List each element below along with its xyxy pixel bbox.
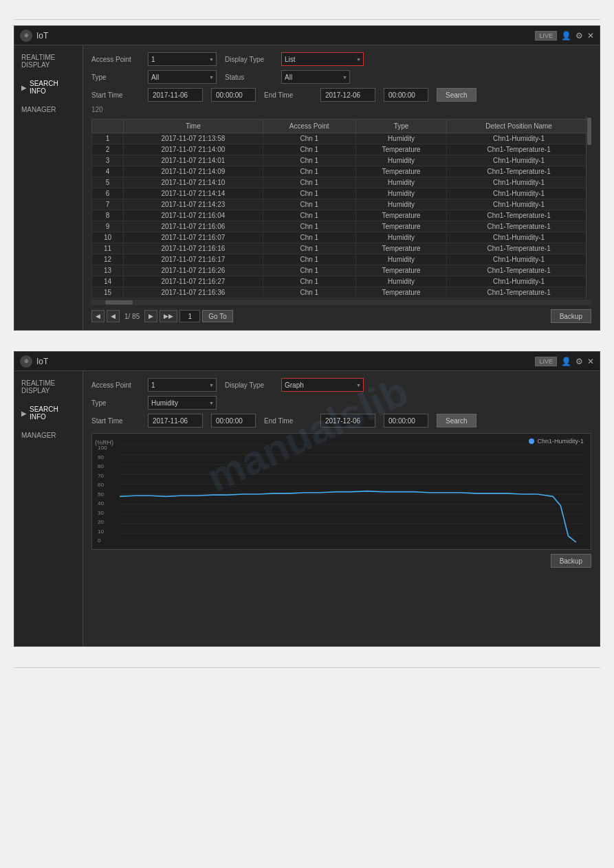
sidebar-item-manager[interactable]: MANAGER [14,100,83,119]
panel-graph-view: ⊕ IoT LIVE 👤 ⚙ ✕ REALTIME DISPLAY ▶ SEAR… [14,351,600,647]
table-row[interactable]: 15 2017-11-07 21:16:36 Chn 1 Temperature… [92,287,591,298]
cell-position: Chn1-Humidity-1 [447,188,591,199]
legend-dot [529,438,534,444]
start-time-input[interactable] [211,88,256,102]
end-date2-input[interactable] [320,414,375,427]
status-select[interactable]: All [281,70,350,84]
cell-access-point: Chn 1 [263,243,355,254]
settings2-icon[interactable]: ⚙ [575,357,583,366]
cell-position: Chn1-Humidity-1 [447,199,591,210]
end-time-label: End Time [264,91,312,99]
display-type-select-wrapper: List Graph [281,52,364,66]
cell-access-point: Chn 1 [263,177,355,188]
table-row[interactable]: 1 2017-11-07 21:13:58 Chn 1 Humidity Chn… [92,133,591,144]
type2-select[interactable]: Humidity Temperature [148,396,217,410]
cell-position: Chn1-Humidity-1 [447,133,591,144]
sidebar-item-search[interactable]: ▶ SEARCH INFO [14,74,83,100]
backup-button[interactable]: Backup [551,309,591,323]
scrollbar[interactable] [586,116,591,298]
table-head: Time Access Point Type Detect Position N… [92,120,591,133]
iot-logo-icon: ⊕ [20,30,32,42]
cell-position: Chn1-Temperature-1 [447,221,591,232]
next-page-btn[interactable]: ▶ [144,310,157,322]
cell-num: 9 [92,221,124,232]
cell-time: 2017-11-07 21:16:26 [124,265,263,276]
sidebar2-item-realtime[interactable]: REALTIME DISPLAY [14,374,83,400]
access-point-label: Access Point [91,56,140,63]
col-type: Type [355,120,446,133]
display-type-select[interactable]: List Graph [281,52,364,66]
table-row[interactable]: 4 2017-11-07 21:14:09 Chn 1 Temperature … [92,166,591,177]
cell-type: Temperature [355,144,446,155]
cell-time: 2017-11-07 21:14:09 [124,166,263,177]
user2-icon[interactable]: 👤 [561,357,571,366]
table-row[interactable]: 7 2017-11-07 21:14:23 Chn 1 Humidity Chn… [92,199,591,210]
table-row[interactable]: 10 2017-11-07 21:16:07 Chn 1 Humidity Ch… [92,232,591,243]
backup2-button[interactable]: Backup [551,554,591,568]
cell-type: Humidity [355,177,446,188]
search-button[interactable]: Search [437,88,476,102]
record-count: 120 [91,106,103,113]
close-icon[interactable]: ✕ [587,31,594,41]
close2-icon[interactable]: ✕ [587,357,594,366]
sidebar2-item-manager[interactable]: MANAGER [14,426,83,445]
sidebar-item-realtime[interactable]: REALTIME DISPLAY [14,48,83,74]
cell-type: Humidity [355,276,446,287]
start-time2-input[interactable] [211,414,256,427]
table-row[interactable]: 9 2017-11-07 21:16:06 Chn 1 Temperature … [92,221,591,232]
end-date-input[interactable] [320,88,375,102]
display-type2-select[interactable]: List Graph [281,378,364,392]
access-point2-select[interactable]: 1 [148,378,217,392]
table-row[interactable]: 13 2017-11-07 21:16:26 Chn 1 Temperature… [92,265,591,276]
prev-page-btn[interactable]: ◀ [107,310,120,322]
last-page-btn[interactable]: ▶▶ [160,310,177,322]
panel1-body: REALTIME DISPLAY ▶ SEARCH INFO MANAGER A… [14,45,600,330]
cell-access-point: Chn 1 [263,265,355,276]
form-row-1: Access Point 1 Display Type List Graph [91,52,591,66]
table-row[interactable]: 14 2017-11-07 21:16:27 Chn 1 Humidity Ch… [92,276,591,287]
goto-input[interactable] [179,310,200,322]
table-row[interactable]: 2 2017-11-07 21:14:00 Chn 1 Temperature … [92,144,591,155]
end-time2-input[interactable] [384,414,428,427]
cell-access-point: Chn 1 [263,199,355,210]
table-row[interactable]: 5 2017-11-07 21:14:10 Chn 1 Humidity Chn… [92,177,591,188]
table-row[interactable]: 6 2017-11-07 21:14:14 Chn 1 Humidity Chn… [92,188,591,199]
cell-num: 15 [92,287,124,298]
h-scrollbar[interactable] [91,300,591,305]
table-row[interactable]: 11 2017-11-07 21:16:16 Chn 1 Temperature… [92,243,591,254]
user-icon[interactable]: 👤 [561,31,571,41]
settings-icon[interactable]: ⚙ [575,31,583,41]
form2-row-2: Type Humidity Temperature [91,396,591,410]
start-date2-input[interactable] [148,414,203,427]
cell-time: 2017-11-07 21:13:58 [124,133,263,144]
cell-num: 11 [92,243,124,254]
cell-num: 12 [92,254,124,265]
sidebar2-item-search[interactable]: ▶ SEARCH INFO [14,400,83,426]
table-row[interactable]: 12 2017-11-07 21:16:17 Chn 1 Humidity Ch… [92,254,591,265]
bottom-divider [14,667,600,668]
cell-time: 2017-11-07 21:14:01 [124,155,263,166]
start-date-input[interactable] [148,88,203,102]
table-row[interactable]: 3 2017-11-07 21:14:01 Chn 1 Humidity Chn… [92,155,591,166]
graph-legend: Chn1-Humidity-1 [529,438,584,445]
cell-access-point: Chn 1 [263,144,355,155]
cell-num: 5 [92,177,124,188]
cell-num: 1 [92,133,124,144]
table-row[interactable]: 8 2017-11-07 21:16:04 Chn 1 Temperature … [92,210,591,221]
cell-time: 2017-11-07 21:16:27 [124,276,263,287]
type-select[interactable]: All [148,70,217,84]
cell-time: 2017-11-07 21:14:10 [124,177,263,188]
first-page-btn[interactable]: ◀ [91,310,105,322]
panel1-header: ⊕ IoT LIVE 👤 ⚙ ✕ [14,26,600,45]
goto-button[interactable]: Go To [202,310,233,322]
access-point-select[interactable]: 1 [148,52,217,66]
end-time-input[interactable] [384,88,428,102]
cell-num: 8 [92,210,124,221]
table-scroll[interactable]: Time Access Point Type Detect Position N… [91,116,591,298]
panel2-header-right: LIVE 👤 ⚙ ✕ [535,357,594,366]
panel2-body: REALTIME DISPLAY ▶ SEARCH INFO MANAGER A… [14,371,600,646]
cell-time: 2017-11-07 21:16:04 [124,210,263,221]
form2-row-3: Start Time End Time Search [91,414,591,427]
search2-button[interactable]: Search [437,414,476,427]
form-row-2: Type All Status All [91,70,591,84]
